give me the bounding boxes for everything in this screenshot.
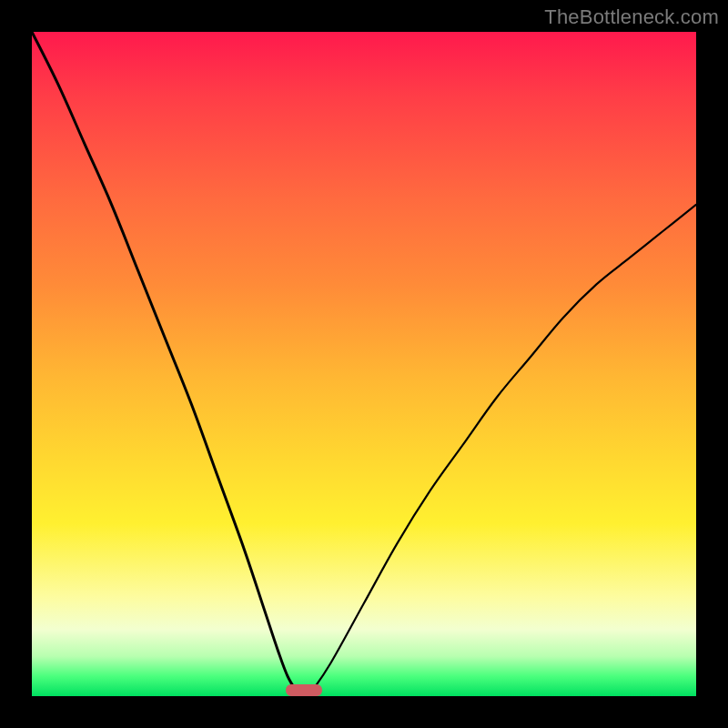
bottleneck-curve [32, 32, 696, 696]
chart-frame: TheBottleneck.com [0, 0, 728, 728]
watermark-text: TheBottleneck.com [544, 5, 719, 29]
curve-right-branch [311, 205, 696, 693]
optimum-marker [286, 684, 322, 696]
plot-area [32, 32, 696, 696]
curve-left-branch [32, 32, 298, 693]
